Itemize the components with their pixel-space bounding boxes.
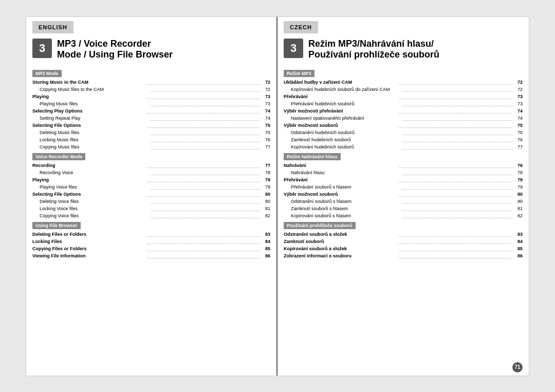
toc-item-page: 85 [261,246,270,253]
toc-item-label: Zamknutí hudebních souborů [291,137,401,144]
toc-item-dots [399,253,513,258]
toc-item-label: Playing [32,94,146,101]
toc-item-page: 75 [513,129,523,137]
toc-item-dots [402,144,513,150]
right-panel: CZECH 3 Režim MP3/Nahrávání hlasu/ Použí… [278,17,529,376]
toc-item-label: Nastavení opakovaného přehrávání [291,115,401,122]
toc-item: Kopírování souborů a složek85 [284,246,523,253]
toc-item-dots [399,108,513,114]
toc-item-label: Copying Music files [40,144,150,151]
toc-item-label: Výběr možností souborů [284,122,398,129]
toc-item: Selecting File Options75 [32,122,270,129]
toc-item: Výběr možností přehrávání74 [284,108,523,115]
right-chapter-title: Režim MP3/Nahrávání hlasu/ Používání pro… [308,39,439,61]
toc-item-page: 77 [261,144,270,151]
toc-item: Setting Repeat Play74 [32,115,270,122]
toc-item-label: Copying Music files to the CAM [40,86,150,94]
toc-item-page: 79 [513,177,523,184]
toc-item-page: 80 [261,198,270,206]
toc-item: Nahrávání hlasu78 [284,170,523,177]
toc-item-label: Zamknutí souborů [284,238,398,246]
toc-item-page: 79 [261,184,270,191]
toc-item-dots [402,184,513,190]
toc-item: Výběr možností souborů80 [284,191,523,198]
left-chapter-number: 3 [32,39,52,58]
toc-item-page: 86 [261,253,270,260]
right-toc: Režim MP3Ukládání hudby v zařízení CAM72… [278,66,529,360]
toc-item-dots [151,170,261,175]
toc-item-label: Playing Voice files [40,184,150,191]
toc-item-label: Playing Music files [40,101,150,108]
toc-item-page: 80 [513,198,523,206]
toc-item-dots [147,246,261,251]
page-container: ENGLISH 3 MP3 / Voice Recorder Mode / Us… [26,16,529,376]
left-toc: MP3 ModeStoring Music in the CAM72Copyin… [26,66,276,376]
toc-item-dots [151,115,261,121]
toc-item: Viewing File Information86 [32,253,270,260]
toc-item-dots [147,108,261,114]
toc-item: Ukládání hudby v zařízení CAM72 [284,79,523,86]
toc-item: Deleting Music files75 [32,129,270,137]
toc-item-dots [399,191,513,197]
toc-item: Selecting File Options80 [32,191,270,198]
toc-item-dots [151,86,261,92]
left-chapter-title: MP3 / Voice Recorder Mode / Using File B… [57,39,173,61]
toc-item-label: Kopírování hudebních souborů [291,144,401,151]
toc-item-label: Setting Repeat Play [40,115,150,122]
toc-item: Deleting Files or Folders83 [32,231,270,238]
toc-item-page: 73 [261,94,270,101]
toc-item-label: Playing [32,177,146,184]
toc-item-label: Copying Voice files [40,213,150,220]
toc-item-label: Přehrávání souborů s hlasem [291,184,401,191]
toc-item-dots [402,115,513,121]
toc-item-page: 80 [261,191,270,198]
toc-item-label: Zamknutí souborů s hlasem [291,206,401,213]
toc-item-dots [399,79,513,85]
toc-item: Deleting Voice files80 [32,198,270,206]
toc-item: Přehrávání hudebních souborů73 [284,101,523,108]
right-chapter-header: 3 Režim MP3/Nahrávání hlasu/ Používání p… [278,33,529,66]
toc-item-page: 81 [261,206,270,213]
toc-item-dots [402,213,513,218]
toc-item-page: 74 [261,115,270,122]
toc-item-dots [402,137,513,142]
toc-item-dots [147,162,261,168]
toc-item-page: 72 [513,86,523,94]
toc-item-page: 84 [513,238,523,246]
toc-item-dots [399,231,513,237]
toc-item-dots [402,101,513,106]
toc-item-dots [147,253,261,258]
toc-item-dots [402,170,513,175]
toc-item-label: Odstranění souborů s hlasem [291,198,401,206]
toc-item-label: Storing Music in the CAM [32,79,146,86]
toc-item-dots [399,94,513,99]
toc-item: Zamknutí souborů s hlasem81 [284,206,523,213]
toc-item-dots [151,137,261,142]
toc-item-page: 77 [261,162,270,170]
toc-item: Kopírování hudebních souborů do zařízení… [284,86,523,94]
toc-item-page: 72 [513,79,523,86]
toc-item: Přehrávání souborů s hlasem79 [284,184,523,191]
toc-item-dots [151,184,261,190]
toc-item-label: Deleting Voice files [40,198,150,206]
toc-item-page: 76 [513,137,523,144]
toc-item: Odstranění hudebních souborů75 [284,129,523,137]
toc-item: Playing79 [32,177,270,184]
toc-item: Zobrazení informací o souboru86 [284,253,523,260]
toc-item: Přehrávání73 [284,94,523,101]
toc-item: Copying Voice files82 [32,213,270,220]
toc-item-label: Copying Files or Folders [32,246,146,253]
toc-item-label: Kopírování hudebních souborů do zařízení… [291,86,401,94]
toc-item: Copying Files or Folders85 [32,246,270,253]
toc-item-label: Kopírování souborů s hlasem [291,213,401,220]
toc-item-dots [399,122,513,128]
toc-item-page: 78 [513,170,523,177]
right-lang-label: CZECH [284,21,318,33]
section-label: Voice Recorder Mode [32,153,85,160]
toc-item: Odstranění souborů s hlasem80 [284,198,523,206]
toc-item-label: Nahrávání [284,162,398,170]
toc-item: Locking Voice files81 [32,206,270,213]
toc-item-dots [147,231,261,237]
section-label: Používání prohlížeče souborů [284,222,356,229]
toc-item: Playing Music files73 [32,101,270,108]
